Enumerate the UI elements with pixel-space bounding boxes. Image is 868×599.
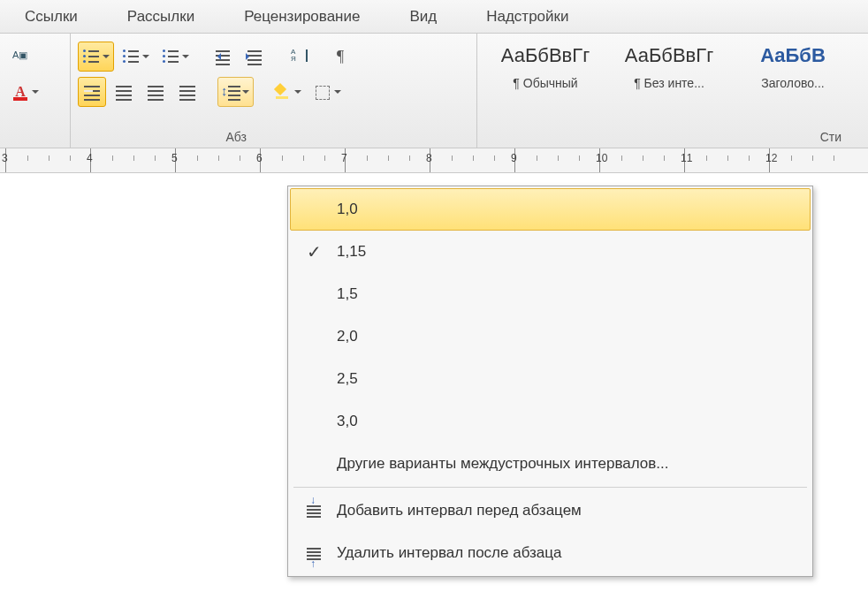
align-justify-button[interactable] [173,77,202,107]
style-name: Заголово... [741,76,845,90]
line-spacing-option-1-0[interactable]: 1,0 [290,188,811,231]
menu-item-icon-slot [298,280,330,308]
menu-item-icon-slot [298,322,330,351]
horizontal-ruler[interactable]: 3 4 5 6 7 8 9 10 11 12 [0,148,868,173]
menu-item-label: Добавить интервал перед абзацем [337,502,582,519]
numbering-button[interactable] [118,42,154,72]
increase-indent-icon [246,48,265,65]
ruler-tick: 6 [256,152,263,164]
menu-item-label: Другие варианты междустрочных интервалов… [337,455,668,473]
align-justify-icon [178,83,197,101]
ruler-tick: 9 [511,152,517,164]
borders-icon [313,83,332,101]
line-spacing-option-3-0[interactable]: 3,0 [290,400,811,443]
menu-item-label: 1,0 [337,201,358,218]
menu-item-icon-slot [298,450,330,478]
font-color-icon: A [11,83,30,101]
ruler-tick: 12 [765,152,777,164]
menu-item-label: Удалить интервал после абзаца [337,544,561,562]
font-color-button[interactable]: A [7,77,43,107]
menu-item-icon-slot [298,365,330,393]
ruler-tick: 5 [171,152,178,164]
borders-button[interactable] [309,77,346,107]
decrease-indent-icon [214,48,233,65]
bullets-icon [81,48,101,65]
ruler-tick: 3 [2,152,8,164]
remove-space-after-paragraph[interactable]: Удалить интервал после абзаца [290,532,811,574]
tab-review[interactable]: Рецензирование [237,3,367,31]
checkmark-icon: ✓ [298,238,330,266]
style-sample: АаБбВвГг [493,44,598,71]
add-space-before-icon [298,497,330,525]
decrease-indent-button[interactable] [209,42,238,72]
line-spacing-option-1-5[interactable]: 1,5 [290,273,811,315]
style-name: ¶ Обычный [493,76,598,90]
shading-icon [273,83,293,101]
multilevel-list-button[interactable] [157,42,194,72]
shading-button[interactable] [270,77,306,107]
menu-item-label: 3,0 [337,413,358,430]
paragraph-group-label: Абз [71,130,476,144]
line-spacing-more-options[interactable]: Другие варианты междустрочных интервалов… [290,443,811,485]
menu-item-icon-slot [298,407,330,436]
align-center-button[interactable] [110,77,138,107]
ribbon: A ¶ Абз [0,34,868,148]
align-right-icon [146,83,165,101]
ruler-tick: 4 [87,152,93,164]
align-center-icon [114,83,133,101]
styles-group-label: Сти [820,130,841,144]
tab-links[interactable]: Ссылки [18,3,85,31]
style-heading1[interactable]: АаБбВ Заголово... [741,44,845,90]
ruler-tick: 8 [426,152,432,164]
menu-item-label: 1,5 [337,285,358,303]
line-spacing-button[interactable] [217,77,254,107]
line-spacing-option-1-15[interactable]: ✓ 1,15 [290,231,811,273]
menu-item-label: 2,5 [337,370,358,388]
group-font-fragment: A [0,34,71,148]
increase-indent-button[interactable] [241,42,270,72]
multilevel-icon [161,48,180,65]
style-name: ¶ Без инте... [617,76,721,90]
ribbon-tabs: Ссылки Рассылки Рецензирование Вид Надст… [0,0,868,34]
menu-item-icon-slot [298,195,330,224]
textbox-icon [11,48,31,65]
ruler-tick: 7 [341,152,347,164]
pilcrow-icon: ¶ [331,48,350,65]
align-left-icon [82,83,102,101]
align-right-button[interactable] [141,77,170,107]
style-sample: АаБбВ [741,44,845,71]
ruler-tick: 10 [596,152,607,164]
numbering-icon [121,48,141,65]
style-normal[interactable]: АаБбВвГг ¶ Обычный [493,44,598,90]
style-no-spacing[interactable]: АаБбВвГг ¶ Без инте... [617,44,721,90]
tab-addins[interactable]: Надстройки [479,3,575,31]
align-left-button[interactable] [78,77,106,107]
add-space-before-paragraph[interactable]: Добавить интервал перед абзацем [290,489,811,532]
ruler-tick: 11 [681,152,692,164]
line-spacing-menu: 1,0 ✓ 1,15 1,5 2,0 2,5 3,0 Другие вариан… [287,186,813,577]
line-spacing-option-2-5[interactable]: 2,5 [290,358,811,400]
menu-item-label: 1,15 [337,243,366,261]
tab-mailings[interactable]: Рассылки [120,3,202,31]
sort-button[interactable] [286,42,314,72]
style-sample: АаБбВвГг [617,44,721,71]
line-spacing-option-2-0[interactable]: 2,0 [290,315,811,358]
tab-view[interactable]: Вид [402,3,444,31]
remove-space-after-icon [298,539,330,567]
bullets-button[interactable] [78,42,114,72]
group-styles: АаБбВвГг ¶ Обычный АаБбВвГг ¶ Без инте..… [477,34,852,148]
text-effects-button[interactable] [7,42,35,72]
line-spacing-icon [221,83,240,101]
menu-item-label: 2,0 [337,328,358,345]
group-paragraph: ¶ Абз [71,34,477,148]
sort-icon [290,48,309,65]
menu-separator [293,487,807,488]
show-marks-button[interactable]: ¶ [326,42,354,72]
